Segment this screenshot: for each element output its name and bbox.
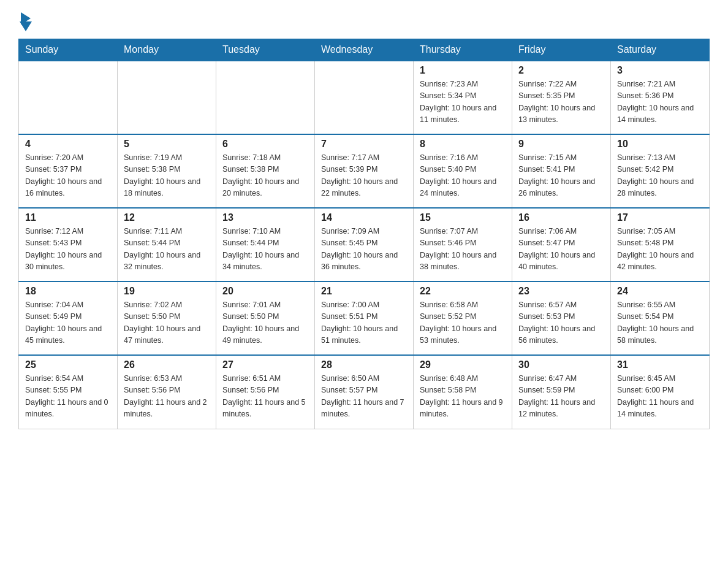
day-info: Sunrise: 7:05 AMSunset: 5:48 PMDaylight:… bbox=[617, 226, 703, 274]
day-info: Sunrise: 6:47 AMSunset: 5:59 PMDaylight:… bbox=[518, 373, 604, 421]
day-info: Sunrise: 7:17 AMSunset: 5:39 PMDaylight:… bbox=[321, 152, 407, 200]
calendar-cell: 13Sunrise: 7:10 AMSunset: 5:44 PMDayligh… bbox=[216, 208, 315, 282]
calendar-cell bbox=[216, 61, 315, 134]
day-number: 10 bbox=[617, 139, 703, 150]
day-info: Sunrise: 7:12 AMSunset: 5:43 PMDaylight:… bbox=[25, 226, 111, 274]
day-info: Sunrise: 6:48 AMSunset: 5:58 PMDaylight:… bbox=[420, 373, 506, 421]
day-info: Sunrise: 7:18 AMSunset: 5:38 PMDaylight:… bbox=[222, 152, 308, 200]
calendar-cell: 26Sunrise: 6:53 AMSunset: 5:56 PMDayligh… bbox=[118, 355, 216, 429]
day-info: Sunrise: 7:02 AMSunset: 5:50 PMDaylight:… bbox=[124, 299, 210, 347]
calendar-cell: 23Sunrise: 6:57 AMSunset: 5:53 PMDayligh… bbox=[512, 282, 611, 355]
calendar-cell: 30Sunrise: 6:47 AMSunset: 5:59 PMDayligh… bbox=[512, 355, 611, 429]
col-header-wednesday: Wednesday bbox=[315, 39, 414, 61]
calendar-cell: 3Sunrise: 7:21 AMSunset: 5:36 PMDaylight… bbox=[611, 61, 710, 134]
calendar-cell: 22Sunrise: 6:58 AMSunset: 5:52 PMDayligh… bbox=[414, 282, 512, 355]
day-number: 27 bbox=[222, 359, 308, 370]
day-info: Sunrise: 7:20 AMSunset: 5:37 PMDaylight:… bbox=[25, 152, 111, 200]
day-info: Sunrise: 7:13 AMSunset: 5:42 PMDaylight:… bbox=[617, 152, 703, 200]
calendar-cell: 10Sunrise: 7:13 AMSunset: 5:42 PMDayligh… bbox=[611, 134, 710, 208]
day-info: Sunrise: 7:16 AMSunset: 5:40 PMDaylight:… bbox=[420, 152, 506, 200]
day-info: Sunrise: 6:50 AMSunset: 5:57 PMDaylight:… bbox=[321, 373, 407, 421]
calendar-cell: 7Sunrise: 7:17 AMSunset: 5:39 PMDaylight… bbox=[315, 134, 414, 208]
day-info: Sunrise: 6:53 AMSunset: 5:56 PMDaylight:… bbox=[124, 373, 210, 421]
calendar-cell: 14Sunrise: 7:09 AMSunset: 5:45 PMDayligh… bbox=[315, 208, 414, 282]
day-info: Sunrise: 6:57 AMSunset: 5:53 PMDaylight:… bbox=[518, 299, 604, 347]
day-number: 31 bbox=[617, 359, 703, 370]
day-info: Sunrise: 7:01 AMSunset: 5:50 PMDaylight:… bbox=[222, 299, 308, 347]
calendar-week-row: 1Sunrise: 7:23 AMSunset: 5:34 PMDaylight… bbox=[19, 61, 710, 134]
day-number: 3 bbox=[617, 65, 703, 76]
day-number: 14 bbox=[321, 212, 407, 223]
day-number: 9 bbox=[518, 139, 604, 150]
calendar-cell: 19Sunrise: 7:02 AMSunset: 5:50 PMDayligh… bbox=[118, 282, 216, 355]
logo bbox=[18, 12, 32, 29]
day-info: Sunrise: 6:54 AMSunset: 5:55 PMDaylight:… bbox=[25, 373, 111, 421]
day-number: 21 bbox=[321, 286, 407, 297]
day-number: 5 bbox=[124, 139, 210, 150]
day-info: Sunrise: 7:15 AMSunset: 5:41 PMDaylight:… bbox=[518, 152, 604, 200]
day-number: 8 bbox=[420, 139, 506, 150]
day-number: 19 bbox=[124, 286, 210, 297]
col-header-sunday: Sunday bbox=[19, 39, 118, 61]
day-number: 4 bbox=[25, 139, 111, 150]
calendar-cell: 15Sunrise: 7:07 AMSunset: 5:46 PMDayligh… bbox=[414, 208, 512, 282]
calendar-cell: 20Sunrise: 7:01 AMSunset: 5:50 PMDayligh… bbox=[216, 282, 315, 355]
calendar-cell: 11Sunrise: 7:12 AMSunset: 5:43 PMDayligh… bbox=[19, 208, 118, 282]
calendar-table: SundayMondayTuesdayWednesdayThursdayFrid… bbox=[18, 39, 710, 429]
day-number: 17 bbox=[617, 212, 703, 223]
day-number: 12 bbox=[124, 212, 210, 223]
day-info: Sunrise: 6:55 AMSunset: 5:54 PMDaylight:… bbox=[617, 299, 703, 347]
day-number: 29 bbox=[420, 359, 506, 370]
day-number: 2 bbox=[518, 65, 604, 76]
day-number: 13 bbox=[222, 212, 308, 223]
calendar-cell: 2Sunrise: 7:22 AMSunset: 5:35 PMDaylight… bbox=[512, 61, 611, 134]
day-info: Sunrise: 7:19 AMSunset: 5:38 PMDaylight:… bbox=[124, 152, 210, 200]
day-info: Sunrise: 6:51 AMSunset: 5:56 PMDaylight:… bbox=[222, 373, 308, 421]
day-info: Sunrise: 7:22 AMSunset: 5:35 PMDaylight:… bbox=[518, 79, 604, 126]
calendar-week-row: 4Sunrise: 7:20 AMSunset: 5:37 PMDaylight… bbox=[19, 134, 710, 208]
calendar-cell: 24Sunrise: 6:55 AMSunset: 5:54 PMDayligh… bbox=[611, 282, 710, 355]
day-info: Sunrise: 7:09 AMSunset: 5:45 PMDaylight:… bbox=[321, 226, 407, 274]
col-header-saturday: Saturday bbox=[611, 39, 710, 61]
day-number: 6 bbox=[222, 139, 308, 150]
calendar-cell: 21Sunrise: 7:00 AMSunset: 5:51 PMDayligh… bbox=[315, 282, 414, 355]
calendar-cell: 5Sunrise: 7:19 AMSunset: 5:38 PMDaylight… bbox=[118, 134, 216, 208]
day-number: 16 bbox=[518, 212, 604, 223]
calendar-header-row: SundayMondayTuesdayWednesdayThursdayFrid… bbox=[19, 39, 710, 61]
day-number: 1 bbox=[420, 65, 506, 76]
day-number: 7 bbox=[321, 139, 407, 150]
calendar-cell: 17Sunrise: 7:05 AMSunset: 5:48 PMDayligh… bbox=[611, 208, 710, 282]
day-number: 20 bbox=[222, 286, 308, 297]
day-info: Sunrise: 7:23 AMSunset: 5:34 PMDaylight:… bbox=[420, 79, 506, 126]
day-info: Sunrise: 6:45 AMSunset: 6:00 PMDaylight:… bbox=[617, 373, 703, 421]
day-number: 24 bbox=[617, 286, 703, 297]
logo-icon bbox=[20, 12, 32, 31]
calendar-cell: 1Sunrise: 7:23 AMSunset: 5:34 PMDaylight… bbox=[414, 61, 512, 134]
calendar-week-row: 11Sunrise: 7:12 AMSunset: 5:43 PMDayligh… bbox=[19, 208, 710, 282]
calendar-cell: 31Sunrise: 6:45 AMSunset: 6:00 PMDayligh… bbox=[611, 355, 710, 429]
day-number: 22 bbox=[420, 286, 506, 297]
page-header bbox=[18, 12, 710, 29]
calendar-cell bbox=[315, 61, 414, 134]
calendar-cell: 6Sunrise: 7:18 AMSunset: 5:38 PMDaylight… bbox=[216, 134, 315, 208]
calendar-cell: 16Sunrise: 7:06 AMSunset: 5:47 PMDayligh… bbox=[512, 208, 611, 282]
day-info: Sunrise: 7:10 AMSunset: 5:44 PMDaylight:… bbox=[222, 226, 308, 274]
calendar-cell: 27Sunrise: 6:51 AMSunset: 5:56 PMDayligh… bbox=[216, 355, 315, 429]
day-number: 25 bbox=[25, 359, 111, 370]
calendar-cell: 4Sunrise: 7:20 AMSunset: 5:37 PMDaylight… bbox=[19, 134, 118, 208]
calendar-cell: 12Sunrise: 7:11 AMSunset: 5:44 PMDayligh… bbox=[118, 208, 216, 282]
day-number: 18 bbox=[25, 286, 111, 297]
day-info: Sunrise: 7:00 AMSunset: 5:51 PMDaylight:… bbox=[321, 299, 407, 347]
col-header-tuesday: Tuesday bbox=[216, 39, 315, 61]
day-number: 30 bbox=[518, 359, 604, 370]
day-number: 26 bbox=[124, 359, 210, 370]
calendar-cell: 9Sunrise: 7:15 AMSunset: 5:41 PMDaylight… bbox=[512, 134, 611, 208]
calendar-cell: 8Sunrise: 7:16 AMSunset: 5:40 PMDaylight… bbox=[414, 134, 512, 208]
calendar-week-row: 18Sunrise: 7:04 AMSunset: 5:49 PMDayligh… bbox=[19, 282, 710, 355]
calendar-cell bbox=[118, 61, 216, 134]
col-header-friday: Friday bbox=[512, 39, 611, 61]
day-info: Sunrise: 6:58 AMSunset: 5:52 PMDaylight:… bbox=[420, 299, 506, 347]
day-info: Sunrise: 7:21 AMSunset: 5:36 PMDaylight:… bbox=[617, 79, 703, 126]
col-header-thursday: Thursday bbox=[414, 39, 512, 61]
calendar-cell: 25Sunrise: 6:54 AMSunset: 5:55 PMDayligh… bbox=[19, 355, 118, 429]
